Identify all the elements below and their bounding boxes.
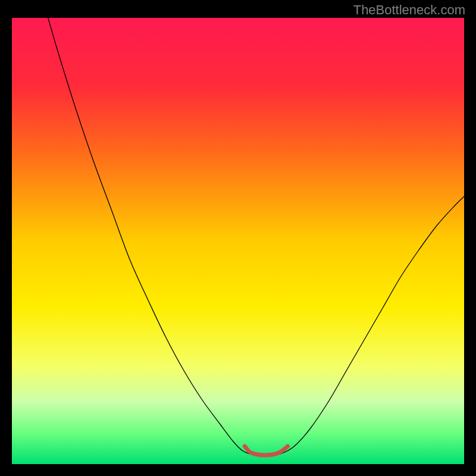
- watermark-text: TheBottleneck.com: [353, 2, 465, 18]
- chart-container: TheBottleneck.com: [0, 0, 476, 476]
- chart-svg: [12, 18, 464, 464]
- gradient-background: [12, 18, 464, 464]
- plot-area: [12, 18, 464, 464]
